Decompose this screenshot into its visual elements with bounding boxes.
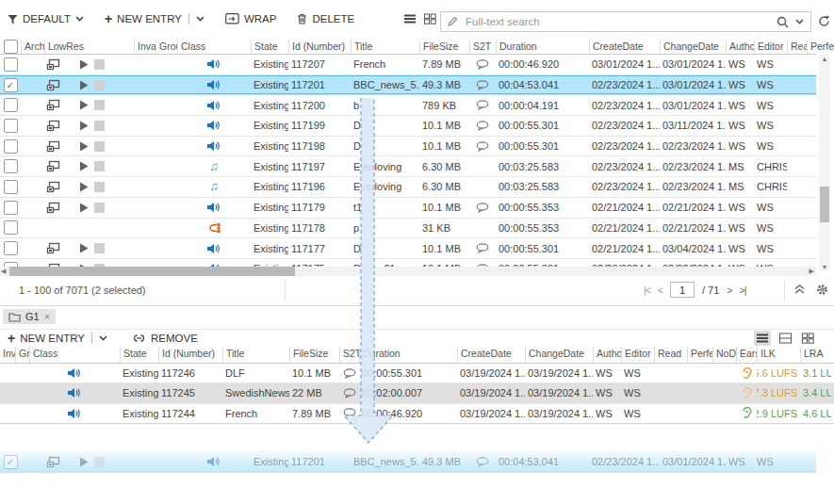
column-header-perfe[interactable]: Perfe xyxy=(687,347,712,363)
table-row[interactable]: Existing117245SwedishNews22 MB00:02:00.0… xyxy=(0,383,834,403)
new-entry-button[interactable]: + NEW ENTRY xyxy=(105,13,204,24)
stop-button[interactable] xyxy=(94,161,105,171)
column-header-s2t[interactable]: S2T xyxy=(339,347,359,363)
play-button[interactable] xyxy=(79,59,89,70)
next-page-button[interactable]: > xyxy=(727,285,731,296)
collapse-icon[interactable] xyxy=(794,285,805,294)
column-header-author[interactable]: Author xyxy=(726,40,754,54)
column-header-ilk[interactable]: ILK xyxy=(757,347,800,363)
row-checkbox[interactable] xyxy=(4,119,18,133)
vertical-scrollbar[interactable]: ▲ ▼ xyxy=(819,55,830,271)
wrap-button[interactable]: WRAP xyxy=(225,13,277,24)
grid-view-icon[interactable] xyxy=(424,13,436,24)
stop-button[interactable] xyxy=(94,100,105,110)
play-button[interactable] xyxy=(79,121,89,131)
column-header-ears[interactable]: Ears xyxy=(736,347,757,363)
scrollbar-thumb[interactable] xyxy=(820,187,829,222)
play-button[interactable] xyxy=(79,80,89,90)
column-header-filesize[interactable]: FileSize xyxy=(419,40,469,54)
column-header-title[interactable]: Title xyxy=(351,40,419,54)
stop-button[interactable] xyxy=(94,182,105,192)
table-row[interactable]: Existing117179t110.1 MB00:00:55.35302/21… xyxy=(0,198,816,219)
gear-icon[interactable] xyxy=(816,284,828,296)
column-header-id-number[interactable]: Id (Number) xyxy=(158,347,222,363)
column-header-changedate[interactable]: ChangeDate xyxy=(660,40,726,54)
page-number-input[interactable] xyxy=(670,282,695,298)
table-row[interactable]: Existing117246DLF10.1 MB00:00:55.30103/1… xyxy=(0,364,834,383)
prev-page-button[interactable]: < xyxy=(658,285,662,296)
table-row[interactable]: Existing117199D10.1 MB00:00:55.30102/23/… xyxy=(0,116,816,137)
play-button[interactable] xyxy=(79,161,89,171)
stop-button[interactable] xyxy=(94,80,105,90)
column-header-grou[interactable]: Grou xyxy=(155,40,177,54)
remove-button[interactable]: REMOVE xyxy=(132,333,198,344)
row-checkbox[interactable] xyxy=(4,57,18,72)
column-header-title[interactable]: Title xyxy=(222,347,289,363)
column-header-archi[interactable]: Archi xyxy=(21,40,44,54)
column-header-node[interactable]: NoDe xyxy=(712,347,736,363)
column-header-class[interactable]: Class xyxy=(29,347,120,363)
scroll-down-icon[interactable]: ▼ xyxy=(819,264,830,270)
table-row[interactable]: Existing117244French7.89 MB00:00:46.9200… xyxy=(0,404,834,424)
play-button[interactable] xyxy=(79,100,89,110)
column-header-class[interactable]: Class xyxy=(177,40,251,54)
column-header-perfe[interactable]: Perfe xyxy=(807,40,834,54)
select-all-checkbox[interactable] xyxy=(4,40,18,54)
refresh-button[interactable] xyxy=(818,15,830,27)
column-header-grou[interactable]: Grou xyxy=(15,347,29,363)
column-header-editor[interactable]: Editor xyxy=(754,40,787,54)
stop-button[interactable] xyxy=(94,243,105,253)
list-view-icon[interactable] xyxy=(754,331,771,346)
filter-default-button[interactable]: DEFAULT xyxy=(8,13,84,24)
column-header-id-number[interactable]: Id (Number) xyxy=(288,40,351,54)
column-header-state[interactable]: State xyxy=(120,347,158,363)
play-button[interactable] xyxy=(79,243,89,253)
tab-close-icon[interactable]: × xyxy=(44,311,50,322)
column-header-duration[interactable]: Duration xyxy=(359,347,457,363)
table-row[interactable]: Existing117178p31 KB00:00:55.35302/21/20… xyxy=(0,219,816,239)
last-page-button[interactable]: >| xyxy=(740,285,746,296)
table-row[interactable]: ✓Existing117201BBC_news_5...49.3 MB00:04… xyxy=(0,75,816,96)
horizontal-scrollbar[interactable]: ◀ ▶ xyxy=(0,267,816,276)
stop-button[interactable] xyxy=(94,203,105,213)
column-header-author[interactable]: Author xyxy=(593,347,621,363)
scroll-left-icon[interactable]: ◀ xyxy=(1,268,6,275)
scroll-right-icon[interactable]: ▶ xyxy=(809,268,814,275)
column-header-createdate[interactable]: CreateDate xyxy=(457,347,525,363)
column-header-inval[interactable]: Inval xyxy=(0,347,15,363)
search-icon[interactable] xyxy=(777,16,789,28)
play-button[interactable] xyxy=(79,203,89,213)
column-header-lowres[interactable]: LowRes xyxy=(44,40,134,54)
column-header-state[interactable]: State xyxy=(251,40,288,54)
table-row[interactable]: ♫Existing117196Everloving6.30 MB00:03:25… xyxy=(0,177,816,198)
row-checkbox[interactable] xyxy=(4,241,18,255)
column-header-read[interactable]: Read xyxy=(787,40,807,54)
row-checkbox[interactable] xyxy=(4,98,18,112)
row-checkbox[interactable]: ✓ xyxy=(4,78,18,92)
first-page-button[interactable]: |< xyxy=(644,285,650,296)
row-checkbox[interactable] xyxy=(4,139,18,154)
search-input[interactable] xyxy=(464,15,777,28)
row-checkbox[interactable] xyxy=(4,180,18,194)
play-button[interactable] xyxy=(79,182,89,192)
list-view-icon[interactable] xyxy=(403,13,417,24)
grid-view-icon[interactable] xyxy=(800,331,816,346)
column-header-inval[interactable]: Inval xyxy=(134,40,155,54)
table-row[interactable]: ♫Existing117197Everloving6.30 MB00:03:25… xyxy=(0,156,816,177)
table-row[interactable]: Existing117198D10.1 MB00:00:55.30102/23/… xyxy=(0,137,816,157)
column-header-changedate[interactable]: ChangeDate xyxy=(525,347,593,363)
table-row[interactable]: Existing117177D10.1 MB00:00:55.30102/21/… xyxy=(0,238,816,259)
column-header-read[interactable]: Read xyxy=(654,347,687,363)
stop-button[interactable] xyxy=(94,59,105,70)
column-header-s2t[interactable]: S2T xyxy=(469,40,496,54)
table-row[interactable]: Existing117200b789 KB00:00:04.19102/23/2… xyxy=(0,95,816,116)
search-options-chevron-icon[interactable] xyxy=(795,19,804,24)
stop-button[interactable] xyxy=(94,141,105,152)
column-header-editor[interactable]: Editor xyxy=(621,347,654,363)
scrollbar-thumb[interactable] xyxy=(9,267,295,276)
rows-view-icon[interactable] xyxy=(777,331,793,346)
table-row[interactable]: Existing117207French7.89 MB00:00:46.9200… xyxy=(0,55,816,75)
stop-button[interactable] xyxy=(94,121,105,131)
play-button[interactable] xyxy=(79,141,89,152)
new-entry-button[interactable]: + NEW ENTRY xyxy=(8,333,107,344)
